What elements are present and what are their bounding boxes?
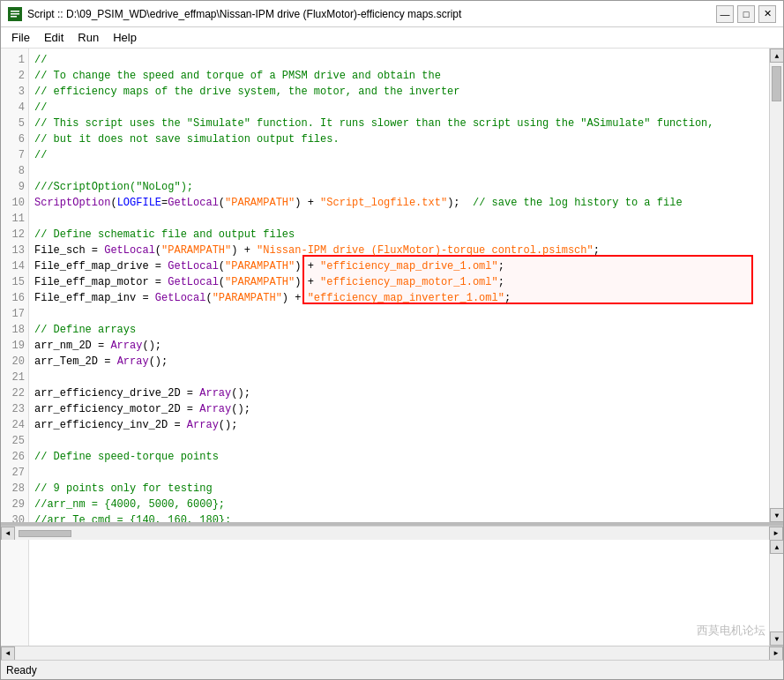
- code-line-29: //arr_nm = {4000, 5000, 6000};: [34, 497, 764, 512]
- line-num: 6: [1, 131, 25, 147]
- code-line-17: [34, 306, 764, 322]
- line-num: 7: [1, 147, 25, 163]
- code-line-10: ScriptOption(LOGFILE=GetLocal("PARAMPATH…: [34, 195, 764, 211]
- bottom-line-numbers: [1, 540, 29, 646]
- code-line-5: // This script uses the "Simulate" funct…: [34, 116, 764, 131]
- line-num: 12: [1, 227, 25, 243]
- line-num: 22: [1, 385, 25, 401]
- bottom-pane: 西莫电机论坛 ▲ ▼: [1, 540, 783, 646]
- bottom-content[interactable]: 西莫电机论坛: [29, 540, 769, 646]
- line-num: 13: [1, 243, 25, 258]
- code-line-20: arr_Tem_2D = Array();: [34, 354, 764, 370]
- line-num: 17: [1, 306, 25, 322]
- menu-file[interactable]: File: [4, 29, 37, 46]
- line-num: 4: [1, 100, 25, 116]
- code-line-26: // Define speed-torque points: [34, 449, 764, 465]
- menu-edit[interactable]: Edit: [37, 29, 71, 46]
- code-line-1: //: [34, 52, 764, 68]
- code-line-7: //: [34, 147, 764, 163]
- scroll-down-button[interactable]: ▼: [770, 508, 783, 522]
- line-num: 19: [1, 338, 25, 354]
- code-line-25: [34, 433, 764, 449]
- line-num: 5: [1, 116, 25, 131]
- horizontal-scrollbar-bottom[interactable]: ◄ ►: [1, 646, 783, 660]
- hscroll-track[interactable]: [15, 528, 769, 539]
- code-line-4: //: [34, 100, 764, 116]
- code-line-13: File_sch = GetLocal("PARAMPATH") + "Niss…: [34, 243, 764, 258]
- line-num: 24: [1, 417, 25, 433]
- code-line-12: // Define schematic file and output file…: [34, 227, 764, 243]
- code-line-30: //arr_Te_cmd = {140, 160, 180};: [34, 512, 764, 522]
- line-num: 10: [1, 195, 25, 211]
- code-line-27: [34, 465, 764, 481]
- code-line-21: [34, 370, 764, 385]
- line-num: 26: [1, 449, 25, 465]
- code-line-6: // but it does not save simulation outpu…: [34, 131, 764, 147]
- line-num: 23: [1, 401, 25, 417]
- minimize-button[interactable]: —: [716, 5, 734, 23]
- scroll-up-button[interactable]: ▲: [770, 49, 783, 63]
- line-num: 29: [1, 497, 25, 512]
- hscroll-right-button[interactable]: ►: [769, 527, 783, 541]
- code-line-23: arr_efficiency_motor_2D = Array();: [34, 401, 764, 417]
- line-num: 27: [1, 465, 25, 481]
- code-line-14: File_eff_map_drive = GetLocal("PARAMPATH…: [34, 258, 764, 274]
- hscroll-left-button[interactable]: ◄: [1, 527, 15, 541]
- line-num: 1: [1, 52, 25, 68]
- code-line-8: [34, 163, 764, 179]
- line-num: 2: [1, 68, 25, 84]
- line-numbers: 1 2 3 4 5 6 7 8 9 10 11 12 13 14 15 16 1…: [1, 49, 29, 522]
- line-num: 18: [1, 322, 25, 338]
- line-num: 14: [1, 258, 25, 274]
- menu-bar: File Edit Run Help: [1, 27, 783, 49]
- line-num: 9: [1, 179, 25, 195]
- editor-area: 1 2 3 4 5 6 7 8 9 10 11 12 13 14 15 16 1…: [1, 49, 783, 660]
- window-controls: — □ ✕: [716, 5, 776, 23]
- horizontal-scrollbar-top[interactable]: ◄ ►: [1, 526, 783, 540]
- line-num: 8: [1, 163, 25, 179]
- editor-pane: 1 2 3 4 5 6 7 8 9 10 11 12 13 14 15 16 1…: [1, 49, 783, 526]
- code-line-19: arr_nm_2D = Array();: [34, 338, 764, 354]
- line-num: 30: [1, 512, 25, 522]
- line-num: 25: [1, 433, 25, 449]
- code-content[interactable]: // // To change the speed and torque of …: [29, 49, 769, 522]
- maximize-button[interactable]: □: [737, 5, 755, 23]
- close-button[interactable]: ✕: [758, 5, 776, 23]
- svg-rect-3: [11, 16, 17, 18]
- code-line-9: ///ScriptOption("NoLog");: [34, 179, 764, 195]
- watermark: 西莫电机论坛: [697, 623, 765, 639]
- scroll-thumb[interactable]: [772, 66, 781, 101]
- line-num: 16: [1, 290, 25, 306]
- line-num: 21: [1, 370, 25, 385]
- bottom-vertical-scrollbar[interactable]: ▲ ▼: [769, 540, 783, 646]
- line-num: 28: [1, 481, 25, 497]
- hscroll-bottom-left[interactable]: ◄: [1, 646, 15, 661]
- status-text: Ready: [6, 664, 778, 676]
- code-line-18: // Define arrays: [34, 322, 764, 338]
- code-line-16: File_eff_map_inv = GetLocal("PARAMPATH")…: [34, 290, 764, 306]
- scroll-track[interactable]: [770, 63, 783, 508]
- bottom-scroll-down[interactable]: ▼: [770, 631, 783, 646]
- line-num: 20: [1, 354, 25, 370]
- hscroll-thumb[interactable]: [19, 530, 71, 537]
- bottom-scroll-track[interactable]: [770, 554, 783, 631]
- code-line-22: arr_efficiency_drive_2D = Array();: [34, 385, 764, 401]
- code-line-24: arr_efficiency_inv_2D = Array();: [34, 417, 764, 433]
- line-num: 3: [1, 84, 25, 100]
- vertical-scrollbar[interactable]: ▲ ▼: [769, 49, 783, 522]
- main-window: Script :: D:\09_PSIM_WD\edrive_effmap\Ni…: [0, 0, 784, 680]
- code-line-28: // 9 points only for testing: [34, 481, 764, 497]
- line-num: 15: [1, 274, 25, 290]
- code-line-11: [34, 211, 764, 227]
- line-num: 11: [1, 211, 25, 227]
- hscroll-bottom-track[interactable]: [15, 648, 769, 659]
- code-line-2: // To change the speed and torque of a P…: [34, 68, 764, 84]
- menu-help[interactable]: Help: [106, 29, 144, 46]
- code-line-3: // efficiency maps of the drive system, …: [34, 84, 764, 100]
- status-bar: Ready: [1, 660, 783, 679]
- svg-rect-1: [11, 11, 19, 12]
- hscroll-bottom-right[interactable]: ►: [769, 646, 783, 661]
- menu-run[interactable]: Run: [71, 29, 106, 46]
- title-bar: Script :: D:\09_PSIM_WD\edrive_effmap\Ni…: [1, 1, 783, 27]
- bottom-scroll-up[interactable]: ▲: [770, 540, 783, 554]
